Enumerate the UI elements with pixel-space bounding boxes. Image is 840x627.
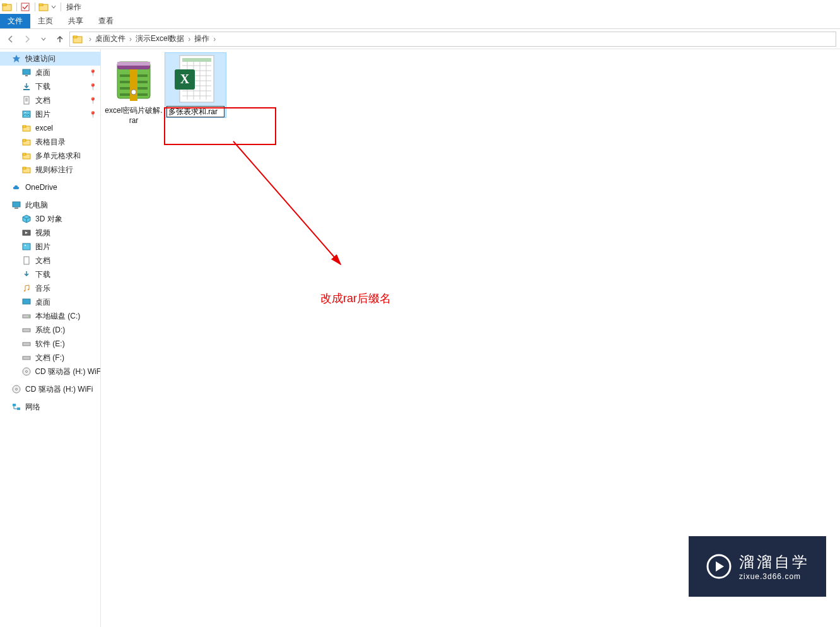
sidebar-item-excel[interactable]: excel [0, 121, 100, 135]
sidebar-item-videos[interactable]: 视频 [0, 226, 100, 240]
svg-rect-35 [23, 356, 30, 360]
sidebar-network[interactable]: 网络 [0, 400, 100, 414]
sidebar-item-drive-c[interactable]: 本地磁盘 (C:) [0, 309, 100, 323]
sidebar-item-3d-objects[interactable]: 3D 对象 [0, 212, 100, 226]
up-button[interactable] [53, 32, 67, 46]
pictures-icon [21, 242, 32, 252]
svg-line-67 [233, 141, 341, 264]
tab-view[interactable]: 查看 [91, 14, 121, 28]
svg-rect-8 [25, 75, 28, 76]
sidebar-item-cd-drive-extra[interactable]: CD 驱动器 (H:) WiFi [0, 382, 100, 396]
tab-home[interactable]: 主页 [30, 14, 61, 28]
svg-rect-19 [23, 139, 26, 141]
pin-icon: 📍 [89, 111, 96, 118]
svg-rect-7 [23, 69, 30, 74]
pictures-icon [21, 109, 32, 119]
watermark-logo: 溜溜自学 zixue.3d66.com [689, 536, 826, 597]
sidebar-item-drive-d[interactable]: 系统 (D:) [0, 323, 100, 337]
sidebar-item-label: 图片 [35, 109, 50, 120]
annotation-text: 改成rar后缀名 [320, 291, 391, 306]
sidebar-item-label: 系统 (D:) [35, 325, 65, 336]
sidebar-item-folder[interactable]: 表格目录 [0, 135, 100, 149]
svg-rect-24 [13, 202, 20, 207]
sidebar-item-desktop[interactable]: 桌面 [0, 295, 100, 309]
drive-icon [21, 311, 32, 321]
sidebar-item-cd-drive[interactable]: CD 驱动器 (H:) WiFi [0, 365, 100, 378]
annotation-arrow-icon [233, 141, 359, 274]
svg-text:X: X [180, 72, 190, 86]
3d-icon [21, 214, 32, 224]
folder-small-icon [1, 1, 13, 13]
chevron-right-icon[interactable]: › [188, 35, 190, 44]
tab-file[interactable]: 文件 [0, 14, 30, 28]
excel-file-icon: X [170, 54, 221, 105]
sidebar-item-label: 文档 (F:) [35, 353, 64, 363]
chevron-right-icon[interactable]: › [129, 35, 132, 44]
svg-point-28 [25, 245, 26, 246]
chevron-right-icon[interactable]: › [89, 35, 91, 44]
svg-rect-44 [117, 62, 150, 66]
sidebar-item-documents[interactable]: 文档 [0, 254, 100, 267]
sidebar-item-downloads[interactable]: 下载 [0, 267, 100, 281]
sidebar-item-downloads[interactable]: 下载 📍 [0, 79, 100, 93]
navigation-pane: 快速访问 桌面 📍 下载 📍 文档 📍 图片 📍 [0, 49, 101, 627]
sidebar-item-label: CD 驱动器 (H:) WiFi [35, 366, 100, 377]
sidebar-onedrive[interactable]: OneDrive [0, 180, 100, 194]
qat-check-icon[interactable] [20, 1, 31, 13]
sidebar-item-folder[interactable]: 多单元格求和 [0, 149, 100, 163]
separator [16, 3, 17, 11]
sidebar-item-music[interactable]: 音乐 [0, 281, 100, 295]
svg-rect-1 [3, 4, 6, 6]
rename-input[interactable] [166, 106, 225, 117]
computer-icon [11, 200, 21, 210]
sidebar-item-pictures[interactable]: 图片 📍 [0, 107, 100, 121]
folder-icon [21, 137, 32, 147]
sidebar-item-label: 下载 [35, 269, 50, 280]
sidebar-item-label: 桌面 [35, 297, 50, 308]
desktop-icon [21, 297, 32, 307]
sidebar-item-pictures[interactable]: 图片 [0, 240, 100, 254]
recent-dropdown[interactable] [37, 32, 50, 46]
pin-icon: 📍 [89, 69, 96, 76]
disc-icon [21, 366, 31, 377]
sidebar-item-desktop[interactable]: 桌面 📍 [0, 66, 100, 79]
file-label: excel密码片破解.rar [105, 106, 163, 126]
sidebar-item-drive-e[interactable]: 软件 (E:) [0, 337, 100, 351]
disc-icon [11, 384, 21, 394]
qat-dropdown-icon[interactable] [50, 1, 57, 13]
folder-small-icon [38, 1, 49, 13]
sidebar-quick-access[interactable]: 快速访问 [0, 52, 100, 66]
breadcrumb-segment[interactable]: 桌面文件 [94, 33, 127, 44]
file-item-xlsx-renaming[interactable]: X [165, 53, 226, 117]
sidebar-this-pc[interactable]: 此电脑 [0, 198, 100, 212]
star-icon [11, 54, 21, 64]
pin-icon: 📍 [89, 97, 96, 104]
sidebar-item-drive-f[interactable]: 文档 (F:) [0, 351, 100, 365]
sidebar-item-label: OneDrive [25, 183, 57, 192]
sidebar-item-label: 软件 (E:) [35, 339, 65, 349]
sidebar-item-label: 多单元格求和 [35, 151, 81, 161]
svg-rect-40 [13, 404, 16, 406]
forward-button[interactable] [20, 32, 34, 46]
chevron-right-icon[interactable]: › [213, 35, 216, 44]
sidebar-item-label: CD 驱动器 (H:) WiFi [25, 384, 93, 395]
navigation-bar: › 桌面文件 › 演示Excel数据 › 操作 › [0, 29, 840, 49]
tab-share[interactable]: 共享 [61, 14, 91, 28]
video-icon [21, 228, 32, 238]
back-button[interactable] [4, 32, 18, 46]
ribbon-tabs: 文件 主页 共享 查看 [0, 14, 840, 29]
sidebar-item-label: 此电脑 [25, 200, 48, 211]
svg-rect-34 [23, 343, 30, 346]
breadcrumb-segment[interactable]: 操作 [193, 33, 211, 44]
music-icon [21, 283, 32, 293]
file-item-rar[interactable]: excel密码片破解.rar [103, 53, 164, 126]
sidebar-item-folder[interactable]: 规则标注行 [0, 163, 100, 177]
svg-rect-25 [15, 208, 18, 209]
svg-rect-27 [23, 243, 30, 250]
address-bar[interactable]: › 桌面文件 › 演示Excel数据 › 操作 › [69, 32, 836, 47]
sidebar-item-label: 视频 [35, 228, 50, 238]
sidebar-item-label: 本地磁盘 (C:) [35, 311, 80, 322]
drive-icon [21, 339, 32, 349]
sidebar-item-documents[interactable]: 文档 📍 [0, 93, 100, 107]
breadcrumb-segment[interactable]: 演示Excel数据 [134, 33, 185, 44]
